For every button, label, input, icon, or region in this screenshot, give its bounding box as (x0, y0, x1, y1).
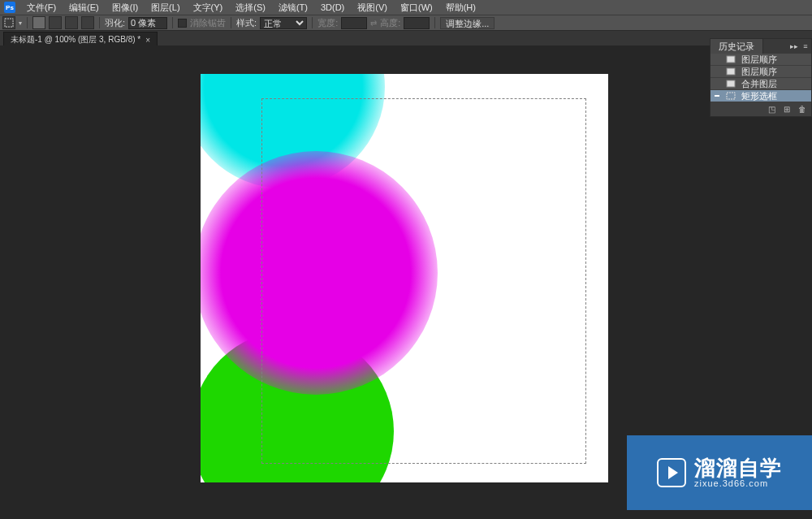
document-tab[interactable]: 未标题-1 @ 100% (图层 3, RGB/8) * × (3, 32, 158, 45)
svg-rect-2 (727, 68, 735, 75)
layer-icon (725, 54, 736, 64)
watermark: 溜溜自学 zixue.3d66.com (627, 435, 812, 510)
menu-window[interactable]: 窗口(W) (394, 0, 439, 15)
style-label: 样式: (236, 17, 257, 29)
height-label: 高度: (380, 17, 400, 29)
selmode-add-icon[interactable] (49, 16, 62, 29)
antialias-checkbox (178, 19, 187, 28)
right-panel-area: 历史记录 ▸▸ ≡ 图层顺序图层顺序合并图层矩形选框 ◳ ⊞ 🗑 (710, 38, 812, 117)
width-input (341, 17, 367, 29)
watermark-url: zixue.3d66.com (694, 479, 768, 489)
history-delete-icon[interactable]: 🗑 (798, 105, 806, 114)
menu-layer[interactable]: 图层(L) (145, 0, 186, 15)
width-label: 宽度: (317, 17, 338, 29)
svg-rect-4 (727, 93, 735, 99)
history-row-label: 合并图层 (741, 78, 777, 90)
watermark-title: 溜溜自学 (694, 457, 782, 479)
history-row-label: 图层顺序 (741, 66, 777, 78)
tool-chevron-icon[interactable]: ▾ (19, 19, 22, 27)
history-row[interactable]: 图层顺序 (710, 66, 811, 78)
menu-type[interactable]: 文字(Y) (187, 0, 230, 15)
app-logo: Ps (4, 2, 15, 13)
feather-input[interactable] (128, 17, 167, 29)
antialias-label: 消除锯齿 (190, 17, 226, 29)
menu-help[interactable]: 帮助(H) (439, 0, 482, 15)
history-row-label: 矩形选框 (741, 90, 777, 102)
play-icon (657, 458, 686, 487)
history-row[interactable]: 合并图层 (710, 78, 811, 90)
marquee-icon (725, 91, 736, 101)
history-row-label: 图层顺序 (741, 54, 777, 66)
document-tab-title: 未标题-1 @ 100% (图层 3, RGB/8) * (11, 34, 140, 45)
menu-select[interactable]: 选择(S) (229, 0, 272, 15)
svg-rect-0 (5, 19, 13, 27)
menu-bar: Ps 文件(F) 编辑(E) 图像(I) 图层(L) 文字(Y) 选择(S) 滤… (0, 0, 812, 15)
selmode-intersect-icon[interactable] (81, 16, 94, 29)
svg-rect-3 (727, 80, 735, 87)
status-bar (0, 510, 812, 519)
style-select[interactable]: 正常 (260, 17, 307, 29)
history-tab[interactable]: 历史记录 (710, 39, 763, 54)
options-bar: ▾ 羽化: 消除锯齿 样式: 正常 宽度: ⇄ 高度: 调整边缘... (0, 15, 812, 30)
height-input (404, 17, 430, 29)
history-footer: ◳ ⊞ 🗑 (710, 102, 811, 116)
selmode-subtract-icon[interactable] (65, 16, 78, 29)
menu-filter[interactable]: 滤镜(T) (272, 0, 314, 15)
refine-edge-button[interactable]: 调整边缘... (440, 17, 495, 29)
selection-mode-group (32, 16, 94, 29)
menu-image[interactable]: 图像(I) (106, 0, 145, 15)
history-marker (714, 67, 720, 76)
history-row[interactable]: 图层顺序 (710, 54, 811, 66)
history-new-icon[interactable]: ⊞ (784, 105, 790, 114)
swap-wh-icon: ⇄ (370, 19, 377, 28)
magenta-circle (201, 151, 438, 395)
menu-view[interactable]: 视图(V) (351, 0, 394, 15)
selmode-new-icon[interactable] (32, 16, 45, 29)
history-marker (714, 55, 720, 63)
panel-menu-icon[interactable]: ≡ (800, 42, 811, 50)
feather-label: 羽化: (105, 17, 125, 29)
menu-file[interactable]: 文件(F) (20, 0, 63, 15)
current-tool-icon[interactable] (2, 16, 15, 29)
close-icon[interactable]: × (145, 36, 150, 45)
history-row[interactable]: 矩形选框 (710, 90, 811, 102)
history-panel: 历史记录 ▸▸ ≡ 图层顺序图层顺序合并图层矩形选框 ◳ ⊞ 🗑 (710, 38, 812, 117)
history-list: 图层顺序图层顺序合并图层矩形选框 (710, 54, 811, 102)
layer-icon (725, 67, 736, 76)
document-tab-bar: 未标题-1 @ 100% (图层 3, RGB/8) * × (0, 30, 812, 45)
history-marker (714, 92, 720, 100)
layer-icon (725, 79, 736, 89)
svg-rect-1 (727, 56, 735, 63)
menu-edit[interactable]: 编辑(E) (63, 0, 106, 15)
canvas[interactable] (201, 74, 608, 482)
history-snapshot-icon[interactable]: ◳ (768, 105, 775, 114)
menu-3d[interactable]: 3D(D) (314, 1, 351, 14)
panel-collapse-icon[interactable]: ▸▸ (788, 42, 800, 50)
history-marker (714, 80, 720, 88)
